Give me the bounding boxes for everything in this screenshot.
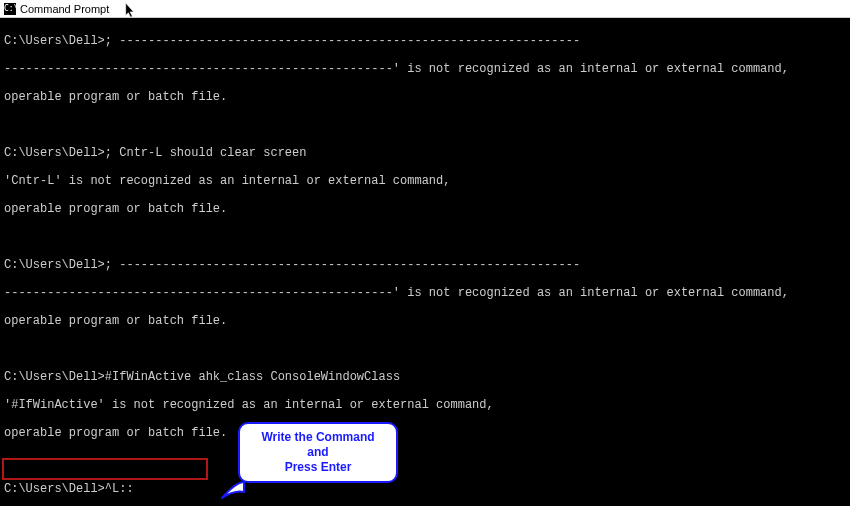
instruction-callout: Write the Command and Press Enter — [238, 422, 398, 483]
callout-line2: Press Enter — [285, 460, 352, 474]
terminal-line: '#IfWinActive' is not recognized as an i… — [4, 398, 846, 412]
terminal-line: C:\Users\Dell>; ------------------------… — [4, 258, 846, 272]
terminal-line: ----------------------------------------… — [4, 62, 846, 76]
terminal-line — [4, 230, 846, 244]
terminal-line: C:\Users\Dell>; ------------------------… — [4, 34, 846, 48]
terminal-line — [4, 342, 846, 356]
terminal-line: C:\Users\Dell>; Cntr-L should clear scre… — [4, 146, 846, 160]
window-title: Command Prompt — [20, 3, 109, 15]
terminal-line: operable program or batch file. — [4, 90, 846, 104]
terminal-line: ----------------------------------------… — [4, 286, 846, 300]
mouse-cursor-icon — [125, 3, 137, 19]
terminal-line: operable program or batch file. — [4, 426, 846, 440]
terminal-line: operable program or batch file. — [4, 202, 846, 216]
terminal-line: operable program or batch file. — [4, 314, 846, 328]
terminal-line: C:\Users\Dell>#IfWinActive ahk_class Con… — [4, 370, 846, 384]
terminal-line — [4, 454, 846, 468]
cmd-icon: C:\ — [4, 3, 16, 15]
callout-line1: Write the Command and — [261, 430, 374, 459]
terminal-line — [4, 118, 846, 132]
terminal-line: C:\Users\Dell>^L:: — [4, 482, 846, 496]
window-titlebar[interactable]: C:\ Command Prompt — [0, 0, 850, 18]
terminal-line: 'Cntr-L' is not recognized as an interna… — [4, 174, 846, 188]
terminal-output[interactable]: C:\Users\Dell>; ------------------------… — [0, 18, 850, 506]
